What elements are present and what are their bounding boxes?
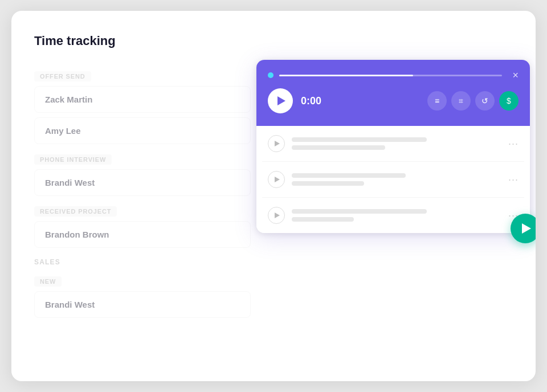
track-info-3 [292, 209, 499, 222]
main-play-button[interactable] [268, 88, 293, 113]
track-bar-1a [292, 137, 427, 142]
track-item-1: ··· [262, 126, 524, 162]
track-play-button-3[interactable] [268, 207, 285, 224]
dollar-icon-button[interactable]: $ [499, 91, 519, 111]
track-info-2 [292, 173, 499, 186]
person-row-brandi-sales[interactable]: Brandi West [34, 291, 251, 318]
tag-icon-button[interactable]: ⌗ [451, 91, 471, 111]
track-bar-3a [292, 209, 427, 214]
player-header: × 0:00 ≡ ⌗ ↺ $ [256, 60, 530, 126]
page-title: Time tracking [34, 34, 513, 48]
person-row-brandi-west[interactable]: Brandi West [34, 169, 251, 196]
section-label-sales: SALES [34, 258, 251, 266]
track-more-button-1[interactable]: ··· [508, 138, 519, 150]
progress-track[interactable] [279, 75, 502, 76]
time-display: 0:00 [301, 95, 419, 107]
stage-label-phone: PHONE INTERVIEW [34, 154, 112, 165]
app-card: Time tracking OFFER SEND Zack Martin Amy… [11, 11, 536, 381]
track-play-icon-1 [275, 141, 280, 146]
track-item-2: ··· [262, 162, 524, 198]
close-button[interactable]: × [512, 70, 519, 80]
track-info-1 [292, 137, 499, 150]
track-bar-3b [292, 217, 354, 222]
progress-bar-row: × [268, 70, 519, 80]
person-row-brandon[interactable]: Brandon Brown [34, 221, 251, 248]
progress-dot [268, 72, 274, 78]
menu-icon-button[interactable]: ≡ [427, 91, 447, 111]
person-row-amy[interactable]: Amy Lee [34, 117, 251, 144]
track-play-icon-3 [275, 213, 280, 218]
main-layout: OFFER SEND Zack Martin Amy Lee PHONE INT… [34, 66, 513, 322]
player-card: × 0:00 ≡ ⌗ ↺ $ [256, 60, 530, 233]
control-icons: ≡ ⌗ ↺ $ [427, 91, 519, 111]
player-controls-row: 0:00 ≡ ⌗ ↺ $ [268, 88, 519, 113]
track-item-3: ··· [262, 198, 524, 233]
track-bar-2b [292, 181, 364, 186]
track-bar-1b [292, 145, 385, 150]
stage-label-new: NEW [34, 276, 62, 287]
track-list: ··· ··· [256, 126, 530, 233]
stage-label-received: RECEIVED PROJECT [34, 206, 117, 217]
stage-label-offer: OFFER SEND [34, 71, 91, 81]
person-row-zack[interactable]: Zack Martin [34, 86, 251, 113]
track-more-button-2[interactable]: ··· [508, 174, 519, 186]
progress-fill [279, 75, 413, 76]
track-play-button-2[interactable] [268, 171, 285, 188]
track-play-icon-2 [275, 177, 280, 182]
history-icon-button[interactable]: ↺ [475, 91, 495, 111]
track-bar-2a [292, 173, 406, 178]
play-icon-main [277, 96, 285, 105]
float-play-button[interactable] [511, 214, 536, 243]
float-play-icon [522, 223, 531, 234]
left-panel: OFFER SEND Zack Martin Amy Lee PHONE INT… [34, 66, 251, 322]
track-play-button-1[interactable] [268, 135, 285, 152]
